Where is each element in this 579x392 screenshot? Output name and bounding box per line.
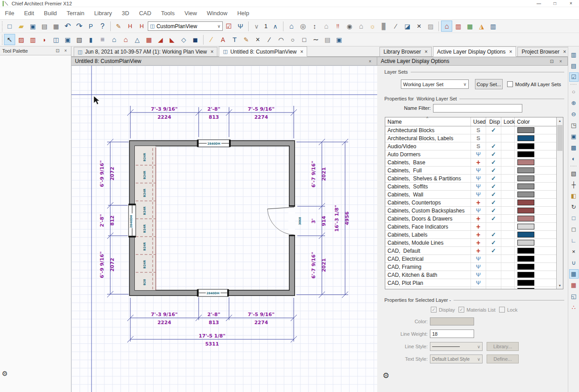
menu-terrain[interactable]: Terrain bbox=[62, 7, 89, 19]
lock-cell[interactable] bbox=[501, 150, 515, 158]
color-cell[interactable] bbox=[515, 255, 556, 263]
print-layout-button[interactable]: ▦ bbox=[50, 21, 62, 32]
orbit-camera-button[interactable]: ↕ bbox=[309, 21, 320, 32]
plan-database-button[interactable]: P bbox=[85, 21, 96, 32]
railing-tool-button[interactable]: ▥ bbox=[27, 34, 38, 45]
display-cell[interactable] bbox=[486, 287, 501, 289]
color-on-off-button[interactable]: ◧ bbox=[569, 191, 579, 200]
box-3d-button[interactable]: ◼ bbox=[190, 34, 201, 45]
color-cell[interactable] bbox=[515, 142, 556, 150]
layer-table[interactable]: ^ Name Used Disp Lock Color Architectura… bbox=[385, 117, 563, 289]
cad-cross-button[interactable]: × bbox=[252, 34, 263, 45]
cad-block-button[interactable]: ▣ bbox=[333, 34, 345, 45]
plan-canvas[interactable]: B24R B24R B24R B24R B24R B24R B24R B28 bbox=[71, 66, 377, 392]
layer-row[interactable]: Cabinets, WallΨ✓ bbox=[385, 191, 563, 199]
lock-cell[interactable] bbox=[501, 167, 515, 174]
lock-cell[interactable] bbox=[501, 223, 515, 230]
close-window-icon[interactable]: × bbox=[367, 59, 373, 64]
electrical-tool-button[interactable]: ▮ bbox=[85, 34, 96, 45]
display-cell[interactable]: ✓ bbox=[486, 150, 501, 158]
panel-window-titlebar[interactable]: Active Layer Display Options ⊡ × bbox=[377, 57, 568, 66]
menu-edit[interactable]: Edit bbox=[19, 7, 39, 19]
color-cell[interactable] bbox=[515, 126, 556, 134]
color-cell[interactable] bbox=[515, 150, 556, 158]
layer-color-swatch[interactable] bbox=[517, 224, 534, 229]
window-left[interactable]: 2840DH bbox=[129, 204, 136, 238]
undo-button[interactable]: ↶ bbox=[62, 21, 73, 32]
materials-list-checkbox[interactable]: ✓ bbox=[458, 307, 464, 313]
display-cell[interactable]: ✓ bbox=[486, 158, 501, 166]
menu-library[interactable]: Library bbox=[89, 7, 117, 19]
walkthrough-button[interactable]: !! bbox=[332, 21, 343, 32]
text-style-dropdown[interactable]: Default Label Style ∨ bbox=[430, 354, 483, 363]
column-color[interactable]: Color bbox=[515, 117, 556, 126]
layer-row[interactable]: Cabinets, Module Lines+✓ bbox=[385, 239, 563, 247]
layer-row[interactable]: Cabinets, Countertops+✓ bbox=[385, 199, 563, 207]
close-panel-icon[interactable]: × bbox=[558, 59, 564, 64]
edit-area-button[interactable]: □ bbox=[569, 213, 579, 223]
angle-snaps-button[interactable]: ∴ bbox=[569, 303, 579, 312]
sketch-tool-button[interactable]: ✎ bbox=[241, 34, 252, 45]
layer-row[interactable]: Architectural BlocksS✓ bbox=[385, 126, 563, 134]
display-cell[interactable]: ✓ bbox=[486, 231, 501, 238]
color-cell[interactable] bbox=[515, 207, 556, 214]
layer-color-swatch[interactable] bbox=[517, 256, 534, 262]
rebuild-3d-button[interactable]: ⌂ bbox=[321, 21, 332, 32]
lock-cell[interactable] bbox=[501, 191, 515, 198]
layer-row[interactable]: Cabinets, Shelves & PartitionsΨ✓ bbox=[385, 175, 563, 183]
active-layer-display-options-button[interactable]: ☑ bbox=[569, 72, 579, 82]
layer-color-swatch[interactable] bbox=[517, 248, 534, 254]
menu-window[interactable]: Window bbox=[202, 7, 232, 19]
float-panel-icon[interactable]: ⊡ bbox=[549, 59, 555, 64]
display-cell[interactable]: ✓ bbox=[486, 247, 501, 254]
color-cell[interactable] bbox=[515, 279, 556, 287]
tab-working-plan-view[interactable]: ◫ Jun 8, 2021 at 10-39-57 AM (1): Workin… bbox=[74, 47, 217, 56]
layer-row[interactable]: Cabinets, Custom BacksplashesΨ✓ bbox=[385, 207, 563, 215]
color-cell[interactable] bbox=[515, 239, 556, 246]
display-objects-button[interactable]: ⌂ bbox=[441, 21, 452, 32]
print-button[interactable]: ▤ bbox=[39, 21, 50, 32]
display-cell[interactable] bbox=[486, 255, 501, 263]
save-button[interactable]: ▣ bbox=[27, 21, 38, 32]
room-divider-button[interactable]: ⌂ bbox=[120, 34, 131, 45]
lock-cell[interactable] bbox=[501, 134, 515, 142]
gazebo-tool-button[interactable]: △ bbox=[132, 34, 143, 45]
plan-view-dropdown[interactable]: ◫CustomPlanView∨ bbox=[148, 21, 223, 31]
tab-active-layer-display-options[interactable]: Active Layer Display Options × bbox=[433, 46, 516, 57]
display-cell[interactable]: ✓ bbox=[486, 239, 501, 246]
document-window-titlebar[interactable]: Untitled 8: CustomPlanView × bbox=[71, 57, 377, 66]
object-snaps-button[interactable]: ◱ bbox=[569, 292, 579, 301]
layer-row[interactable]: Cabinets, Doors & Drawers+✓ bbox=[385, 215, 563, 223]
close-panel-icon[interactable]: × bbox=[62, 48, 69, 53]
color-cell[interactable] bbox=[515, 199, 556, 206]
dimension-tool-button[interactable]: ∕ bbox=[206, 34, 217, 45]
lock-cell[interactable] bbox=[501, 279, 515, 287]
project-browser-button[interactable]: ▤ bbox=[569, 61, 579, 71]
refresh-display-button[interactable]: ↻ bbox=[569, 202, 579, 212]
close-tab-icon[interactable]: × bbox=[509, 49, 512, 55]
door-right[interactable]: 3068 bbox=[267, 205, 302, 236]
layer-set-dropdown[interactable]: Working Layer Set ∨ bbox=[401, 79, 469, 89]
line-weight-input[interactable]: 18 bbox=[430, 329, 474, 338]
lock-cell[interactable] bbox=[501, 158, 515, 166]
layer-row[interactable]: CAD, Kitchen & BathΨ bbox=[385, 271, 563, 279]
layer-color-swatch[interactable] bbox=[517, 167, 534, 173]
layer-color-swatch[interactable] bbox=[517, 175, 534, 181]
layer-color-swatch[interactable] bbox=[517, 159, 534, 165]
floor-down-button[interactable]: ∨ bbox=[251, 21, 262, 32]
display-cell[interactable]: ✓ bbox=[486, 199, 501, 206]
scrollbar-thumb[interactable] bbox=[557, 125, 562, 151]
curve-snaps-button[interactable]: ∪ bbox=[569, 258, 579, 267]
text-tool-button[interactable]: T bbox=[229, 34, 240, 45]
edit-annotations-button[interactable]: ✎ bbox=[113, 21, 124, 32]
layer-color-swatch[interactable] bbox=[517, 280, 534, 286]
close-tab-icon[interactable]: × bbox=[563, 49, 566, 55]
layer-row[interactable]: Audio/VideoS✓ bbox=[385, 142, 563, 150]
base-cabinet-run[interactable]: B24R B24R B24R B24R B24R B24R B24R B28 bbox=[135, 146, 156, 290]
layer-row[interactable]: Architectural Blocks, LabelsS bbox=[385, 134, 563, 142]
floor-tool-button[interactable]: ⌂ bbox=[108, 34, 120, 45]
column-used[interactable]: Used bbox=[471, 117, 486, 126]
settings-gear-icon[interactable]: ⚙ bbox=[383, 371, 389, 380]
menu-build[interactable]: Build bbox=[39, 7, 62, 19]
define-button[interactable]: Define... bbox=[487, 354, 519, 363]
